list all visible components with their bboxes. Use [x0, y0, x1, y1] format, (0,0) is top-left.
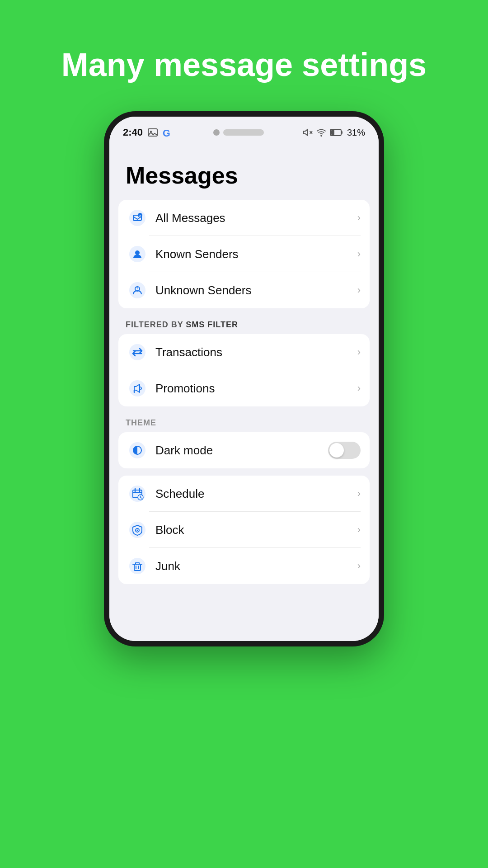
status-time: 2:40: [123, 127, 143, 138]
known-senders-icon: [127, 244, 147, 264]
junk-icon: [127, 556, 147, 576]
filtered-section-label: FILTERED BY SMS FILTER: [109, 312, 379, 334]
svg-text:?: ?: [136, 286, 139, 290]
pill-bar: [223, 129, 264, 136]
promotions-label: Promotions: [155, 382, 357, 396]
wifi-icon: [316, 127, 326, 137]
transactions-chevron: ›: [357, 346, 361, 358]
svg-rect-9: [331, 130, 334, 135]
promotions-icon: [127, 378, 147, 398]
theme-card: Dark mode: [118, 432, 370, 468]
block-item[interactable]: Block ›: [118, 512, 370, 548]
schedule-chevron: ›: [357, 488, 361, 500]
other-card: Schedule › Block ›: [118, 476, 370, 584]
dark-mode-label: Dark mode: [155, 443, 328, 458]
unknown-senders-item[interactable]: ? Unknown Senders ›: [118, 272, 370, 308]
block-chevron: ›: [357, 524, 361, 536]
main-messages-card: 2 All Messages › Known Senders: [118, 200, 370, 308]
messages-title: Messages: [109, 153, 379, 200]
all-messages-chevron: ›: [357, 212, 361, 224]
battery-icon: [330, 128, 343, 137]
svg-point-39: [129, 558, 145, 574]
svg-point-28: [129, 486, 145, 502]
schedule-item[interactable]: Schedule ›: [118, 476, 370, 512]
svg-marker-3: [304, 130, 307, 136]
transactions-label: Transactions: [155, 345, 357, 359]
promotions-item[interactable]: Promotions ›: [118, 370, 370, 406]
junk-item[interactable]: Junk ›: [118, 548, 370, 584]
all-messages-icon: 2: [127, 208, 147, 228]
toggle-thumb: [329, 443, 344, 458]
all-messages-label: All Messages: [155, 211, 357, 225]
unknown-senders-icon: ?: [127, 280, 147, 300]
svg-point-22: [129, 380, 145, 396]
known-senders-label: Known Senders: [155, 247, 357, 261]
unknown-senders-chevron: ›: [357, 284, 361, 296]
junk-label: Junk: [155, 559, 357, 573]
block-icon: [127, 520, 147, 540]
phone-wrapper: 2:40 G 31% Messages: [104, 111, 384, 646]
dark-mode-toggle[interactable]: [328, 442, 361, 459]
mute-icon: [303, 127, 313, 137]
hero-title: Many message settings: [25, 45, 463, 84]
transactions-item[interactable]: Transactions ›: [118, 334, 370, 370]
dark-mode-icon: [127, 440, 147, 460]
filtered-card: Transactions › Promotions ›: [118, 334, 370, 406]
svg-point-19: [129, 344, 145, 360]
known-senders-item[interactable]: Known Senders ›: [118, 236, 370, 272]
schedule-label: Schedule: [155, 487, 357, 501]
promotions-chevron: ›: [357, 382, 361, 394]
all-messages-item[interactable]: 2 All Messages ›: [118, 200, 370, 236]
status-bar: 2:40 G 31%: [109, 117, 379, 144]
image-icon: [147, 127, 158, 138]
junk-chevron: ›: [357, 560, 361, 572]
svg-rect-8: [341, 131, 343, 134]
dark-mode-item[interactable]: Dark mode: [118, 432, 370, 468]
svg-point-10: [129, 210, 145, 226]
theme-section-label: THEME: [109, 410, 379, 432]
known-senders-chevron: ›: [357, 248, 361, 260]
svg-text:G: G: [163, 127, 170, 138]
svg-point-6: [321, 136, 322, 137]
block-label: Block: [155, 523, 357, 537]
svg-point-15: [135, 250, 140, 255]
camera-dot: [213, 129, 220, 136]
svg-rect-0: [148, 129, 157, 136]
schedule-icon: [127, 484, 147, 504]
google-icon: G: [163, 127, 174, 138]
unknown-senders-label: Unknown Senders: [155, 283, 357, 297]
svg-text:2: 2: [139, 214, 141, 217]
battery-percent: 31%: [347, 127, 365, 138]
svg-point-38: [137, 530, 138, 531]
phone-screen: 2:40 G 31% Messages: [109, 117, 379, 641]
transactions-icon: [127, 342, 147, 362]
